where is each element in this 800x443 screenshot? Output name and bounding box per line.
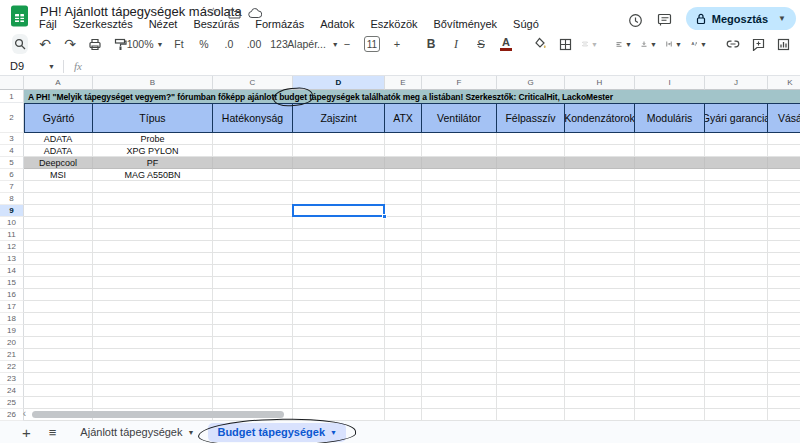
cell-E7[interactable] [385, 181, 422, 193]
cell-K21[interactable] [768, 349, 800, 361]
menu-item-súgó[interactable]: Súgó [512, 18, 540, 30]
cell-K4[interactable] [768, 145, 800, 157]
cell-K9[interactable] [768, 205, 800, 217]
row-header-24[interactable]: 24 [0, 385, 24, 397]
cell-I11[interactable] [635, 229, 705, 241]
cell-C12[interactable] [213, 241, 293, 253]
header-cell-K2[interactable]: Vásá [768, 103, 800, 133]
cell-J22[interactable] [705, 361, 768, 373]
cell-H24[interactable] [565, 385, 635, 397]
cell-I12[interactable] [635, 241, 705, 253]
cell-B17[interactable] [93, 301, 213, 313]
name-box[interactable]: D9 [0, 60, 48, 72]
cell-H16[interactable] [565, 289, 635, 301]
cell-G8[interactable] [497, 193, 565, 205]
increase-decimals-button[interactable]: .00 [246, 34, 262, 54]
cell-F11[interactable] [422, 229, 497, 241]
column-header-J[interactable]: J [705, 76, 768, 90]
fill-handle[interactable] [382, 214, 387, 219]
cell-H22[interactable] [565, 361, 635, 373]
cell-K17[interactable] [768, 301, 800, 313]
cell-H19[interactable] [565, 325, 635, 337]
cell-H20[interactable] [565, 337, 635, 349]
cell-G17[interactable] [497, 301, 565, 313]
cell-G22[interactable] [497, 361, 565, 373]
number-format-button[interactable]: 123 [271, 34, 287, 54]
cell-D16[interactable] [293, 289, 385, 301]
sheet-tab-budget-tápegységek[interactable]: Budget tápegységek▼ [208, 423, 346, 442]
insert-link-icon[interactable] [725, 34, 741, 54]
cell-J19[interactable] [705, 325, 768, 337]
header-cell-G2[interactable]: Félpasszív [497, 103, 565, 133]
comments-icon[interactable] [657, 13, 672, 27]
bold-button[interactable]: B [423, 34, 439, 54]
cell-B11[interactable] [93, 229, 213, 241]
cell-D18[interactable] [293, 313, 385, 325]
cell-E17[interactable] [385, 301, 422, 313]
cell-G19[interactable] [497, 325, 565, 337]
cell-D24[interactable] [293, 385, 385, 397]
cell-E11[interactable] [385, 229, 422, 241]
cell-K18[interactable] [768, 313, 800, 325]
cell-B13[interactable] [93, 253, 213, 265]
cell-K12[interactable] [768, 241, 800, 253]
text-rotation-icon[interactable]: A ▼ [691, 34, 707, 54]
cell-J5[interactable] [705, 157, 768, 169]
cell-F14[interactable] [422, 265, 497, 277]
row-header-1[interactable]: 1 [0, 90, 24, 103]
cell-K22[interactable] [768, 361, 800, 373]
column-header-F[interactable]: F [422, 76, 497, 90]
cell-F12[interactable] [422, 241, 497, 253]
menu-item-eszközök[interactable]: Eszközök [369, 18, 418, 30]
header-cell-I2[interactable]: Moduláris [635, 103, 705, 133]
search-icon[interactable] [12, 34, 28, 54]
cell-B24[interactable] [93, 385, 213, 397]
cell-F19[interactable] [422, 325, 497, 337]
cell-D4[interactable] [293, 145, 385, 157]
cell-C6[interactable] [213, 169, 293, 181]
star-icon[interactable]: ☆ [208, 5, 219, 19]
cell-G3[interactable] [497, 133, 565, 145]
cell-K16[interactable] [768, 289, 800, 301]
increase-font-size-button[interactable]: + [389, 34, 405, 54]
column-header-B[interactable]: B [93, 76, 213, 90]
cell-C9[interactable] [213, 205, 293, 217]
cell-K19[interactable] [768, 325, 800, 337]
cell-E23[interactable] [385, 373, 422, 385]
cell-D12[interactable] [293, 241, 385, 253]
cell-I13[interactable] [635, 253, 705, 265]
cell-C16[interactable] [213, 289, 293, 301]
menu-item-beszúrás[interactable]: Beszúrás [192, 18, 240, 30]
italic-button[interactable]: I [448, 34, 464, 54]
cell-H23[interactable] [565, 373, 635, 385]
cell-A4[interactable]: ADATA [24, 145, 93, 157]
row-header-4[interactable]: 4 [0, 145, 24, 157]
cell-I16[interactable] [635, 289, 705, 301]
cell-B14[interactable] [93, 265, 213, 277]
cell-A24[interactable] [24, 385, 93, 397]
cell-A5[interactable]: Deepcool [24, 157, 93, 169]
row-header-23[interactable]: 23 [0, 373, 24, 385]
cell-G6[interactable] [497, 169, 565, 181]
cell-K5[interactable] [768, 157, 800, 169]
cell-J11[interactable] [705, 229, 768, 241]
cell-A20[interactable] [24, 337, 93, 349]
cell-F16[interactable] [422, 289, 497, 301]
cell-H12[interactable] [565, 241, 635, 253]
cell-G10[interactable] [497, 217, 565, 229]
cell-A11[interactable] [24, 229, 93, 241]
row-header-20[interactable]: 20 [0, 337, 24, 349]
cell-E24[interactable] [385, 385, 422, 397]
cell-E21[interactable] [385, 349, 422, 361]
column-header-A[interactable]: A [24, 76, 93, 90]
cell-J18[interactable] [705, 313, 768, 325]
borders-icon[interactable] [557, 34, 573, 54]
print-icon[interactable] [87, 34, 103, 54]
cell-B19[interactable] [93, 325, 213, 337]
cell-B5[interactable]: PF [93, 157, 213, 169]
cell-J8[interactable] [705, 193, 768, 205]
cell-G15[interactable] [497, 277, 565, 289]
cell-G12[interactable] [497, 241, 565, 253]
cell-D22[interactable] [293, 361, 385, 373]
cell-G5[interactable] [497, 157, 565, 169]
